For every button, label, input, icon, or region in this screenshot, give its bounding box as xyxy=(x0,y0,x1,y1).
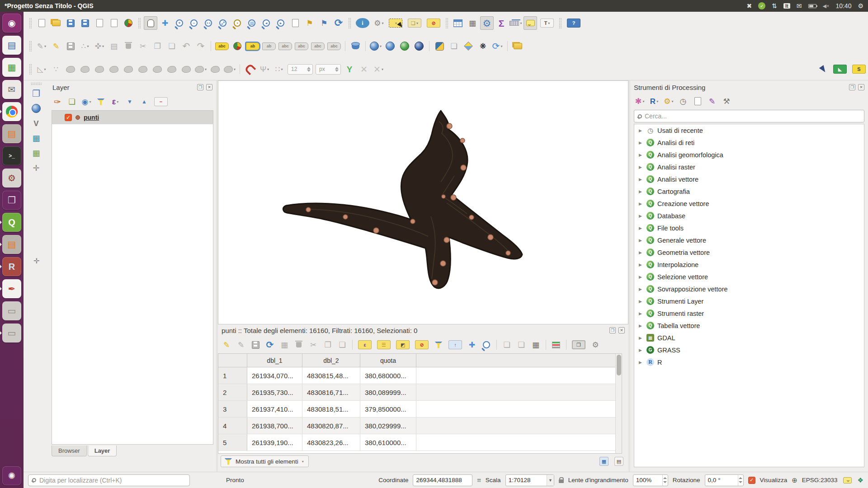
float-panel-button[interactable]: ❐ xyxy=(197,84,203,90)
zoom-native-button[interactable]: 1:1 xyxy=(202,16,215,30)
vertex-tool-button[interactable]: ✜▾ xyxy=(93,39,106,53)
topological-editing-button[interactable]: Y xyxy=(343,62,356,76)
zoom-full-button[interactable]: ⤢ xyxy=(216,16,230,30)
field-calculator-button[interactable]: ▦ xyxy=(529,338,542,352)
offset-curve-button[interactable] xyxy=(165,62,179,76)
table-row[interactable]: 3261937,410...4830818,51...379,850000... xyxy=(218,401,622,418)
statistical-summary-button[interactable]: Σ xyxy=(495,16,508,30)
move-feature-button[interactable] xyxy=(64,62,77,76)
expand-arrow-icon[interactable]: ▶ xyxy=(639,275,643,279)
table-cell[interactable]: 4830823,26... xyxy=(302,434,360,450)
python-console-button[interactable] xyxy=(433,39,446,53)
toolbar-handle[interactable] xyxy=(138,18,141,28)
dropdown-arrow-icon[interactable]: ▾ xyxy=(672,99,674,103)
processing-group-usati-di-recente[interactable]: ▶◷Usati di recente xyxy=(634,124,864,136)
extents-icon[interactable]: ⌗ xyxy=(477,476,481,484)
table-cell[interactable]: 261934,070... xyxy=(247,367,302,384)
table-cell[interactable]: 379,850000... xyxy=(360,401,416,417)
zoom-to-layer-button[interactable]: ▤ xyxy=(245,16,259,30)
processing-group-grass[interactable]: ▶GGRASS xyxy=(634,344,864,356)
dropdown-arrow-icon[interactable]: ▾ xyxy=(89,100,91,104)
table-row[interactable]: 1261934,070...4830815,48...380,680000... xyxy=(218,367,622,384)
processing-group-strumenti-raster[interactable]: ▶QStrumenti raster xyxy=(634,307,864,319)
copy-move-feature-button[interactable] xyxy=(78,62,92,76)
geoportal-search-button[interactable] xyxy=(383,39,397,53)
layer-checkbox[interactable]: ✓ xyxy=(65,114,72,121)
merge-features-button[interactable] xyxy=(208,62,222,76)
new-field-button[interactable]: ❏ xyxy=(500,338,514,352)
table-cell[interactable]: 380,029999... xyxy=(360,418,416,434)
form-view-button[interactable]: ▤ xyxy=(614,457,623,466)
move-selection-top-button[interactable]: ↑ xyxy=(448,340,462,349)
launcher-system-settings[interactable]: ⚙ xyxy=(2,169,21,188)
crosshair-icon[interactable]: ✛ xyxy=(33,257,39,265)
invert-selection-button[interactable]: ◩ xyxy=(396,340,410,349)
processing-group-r[interactable]: ▶RR xyxy=(634,356,864,368)
conditional-formatting-button[interactable] xyxy=(549,338,563,352)
digitizing-cursor-plugin-button[interactable] xyxy=(816,62,830,76)
processing-group-cartografia[interactable]: ▶QCartografia xyxy=(634,185,864,197)
dropdown-arrow-icon[interactable]: ▾ xyxy=(380,44,382,48)
launcher-workspace-switcher[interactable]: ❐ xyxy=(2,191,21,210)
dropdown-arrow-icon[interactable]: ▾ xyxy=(548,21,550,25)
expand-arrow-icon[interactable]: ▶ xyxy=(639,202,643,206)
processing-toolbox-button[interactable]: ⚙ xyxy=(480,16,494,30)
plugin-bug-button[interactable]: ❋ xyxy=(476,39,490,53)
processing-r-scripts-button[interactable]: R▾ xyxy=(647,94,661,108)
launcher-chrome[interactable] xyxy=(2,102,21,121)
add-ring-button[interactable] xyxy=(122,62,135,76)
spin-buttons[interactable] xyxy=(738,475,743,486)
tracing-dots-button[interactable]: ∵ xyxy=(49,62,63,76)
filter-mode-button[interactable]: Mostra tutti gli elementi ▾ xyxy=(221,455,309,467)
table-cell[interactable]: 380,089999... xyxy=(360,384,416,400)
processing-search-input[interactable] xyxy=(645,113,860,120)
processing-edit-inplace-button[interactable]: ✎ xyxy=(705,94,719,108)
select-features-button[interactable]: ▾ xyxy=(389,19,402,28)
text-annotation-button[interactable]: T▾ xyxy=(540,19,554,28)
processing-history-button[interactable]: ◷ xyxy=(676,94,690,108)
row-number-header[interactable] xyxy=(218,354,247,367)
cad-tools-button[interactable]: ◺▾ xyxy=(35,62,48,76)
processing-group-geometria-vettore[interactable]: ▶QGeometria vettore xyxy=(634,246,864,258)
snapping-options-button[interactable]: ∷▾ xyxy=(272,62,286,76)
expand-arrow-icon[interactable]: ▶ xyxy=(639,226,643,230)
close-panel-button[interactable]: ✕ xyxy=(858,84,864,90)
coordinate-input[interactable] xyxy=(413,477,472,483)
table-add-feature-button[interactable]: ▦ xyxy=(278,338,291,352)
change-label-button[interactable]: abc xyxy=(327,42,341,50)
run-feature-action-button[interactable]: ⚙▾ xyxy=(372,16,386,30)
table-cell[interactable]: 4830818,51... xyxy=(302,401,360,417)
volume-muted-icon[interactable]: ◀× xyxy=(823,3,830,9)
open-layer-styling-button[interactable]: ✑ xyxy=(51,95,64,108)
split-features-button[interactable]: ▾ xyxy=(194,62,208,76)
new-print-layout-button[interactable] xyxy=(93,16,106,30)
expand-arrow-icon[interactable]: ▶ xyxy=(639,348,643,352)
launcher-disk-1[interactable]: ▭ xyxy=(2,301,21,320)
processing-group-strumenti-layer[interactable]: ▶QStrumenti Layer xyxy=(634,295,864,307)
column-header-dbl_2[interactable]: dbl_2 xyxy=(302,354,360,367)
filter-by-expression-button[interactable]: ε▾ xyxy=(108,95,122,108)
dropdown-arrow-icon[interactable]: ▾ xyxy=(44,44,46,48)
launcher-file-cabinet[interactable]: ▤ xyxy=(2,124,21,143)
table-copy-button[interactable]: ❐ xyxy=(321,338,335,352)
dropdown-arrow-icon[interactable]: ▾ xyxy=(117,100,118,104)
table-toggle-editing-button[interactable]: ✎ xyxy=(220,338,233,352)
processing-group-creazione-vettore[interactable]: ▶QCreazione vettore xyxy=(634,197,864,210)
save-project-button[interactable] xyxy=(64,16,77,30)
zoom-to-selection-button[interactable]: ▪ xyxy=(231,16,244,30)
deselect-features-button[interactable]: ⊘ xyxy=(427,19,440,28)
table-paste-button[interactable]: ❏ xyxy=(335,338,349,352)
expand-arrow-icon[interactable]: ▶ xyxy=(639,287,643,291)
processing-group-file-tools[interactable]: ▶QFile tools xyxy=(634,222,864,234)
dropdown-arrow-icon[interactable]: ▾ xyxy=(267,67,269,71)
rotate-label-button[interactable]: abc xyxy=(311,42,325,50)
map-canvas[interactable] xyxy=(218,80,628,324)
launcher-ubuntu[interactable]: ◉ xyxy=(2,14,21,33)
toolbar-handle[interactable] xyxy=(445,18,448,28)
scale-input[interactable] xyxy=(506,477,547,483)
open-project-button[interactable] xyxy=(49,16,63,30)
move-label-button[interactable]: abc xyxy=(295,42,308,50)
layer-diagram-button[interactable] xyxy=(231,39,244,53)
battery-icon[interactable] xyxy=(808,4,816,8)
dropdown-arrow-icon[interactable]: ▾ xyxy=(102,44,104,48)
